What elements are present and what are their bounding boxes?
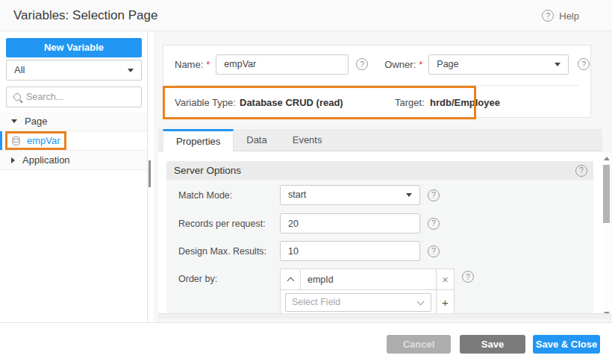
order-by-widget: × Select Field + (280, 269, 455, 315)
required-marker: * (206, 59, 210, 70)
chevron-down-icon (417, 298, 425, 305)
cancel-button[interactable]: Cancel (387, 335, 451, 354)
chevron-down-icon (555, 63, 561, 66)
design-max-results-input[interactable] (280, 241, 420, 261)
target-label: Target: (395, 97, 425, 108)
chevron-right-icon (11, 157, 15, 163)
new-variable-button[interactable]: New Variable (6, 38, 142, 57)
database-icon (11, 136, 21, 146)
variable-type-row: Variable Type: Database CRUD (read) Targ… (175, 85, 579, 117)
sort-direction-button[interactable] (280, 269, 301, 290)
help-icon: ? (542, 10, 554, 22)
required-marker: * (419, 59, 422, 70)
tree-item-empvar[interactable]: empVar (0, 131, 147, 151)
tab-events[interactable]: Events (280, 129, 335, 151)
order-by-row: Order by: × Select Field (178, 269, 474, 315)
select-field-cell: Select Field (280, 290, 437, 315)
records-per-request-help-icon[interactable]: ? (428, 218, 440, 230)
page-title: Variables: Selection Page (13, 8, 157, 23)
search-icon (13, 93, 21, 101)
match-mode-row: Match Mode: start ? (178, 185, 440, 205)
variables-sidebar: New Variable All Page (0, 31, 153, 322)
name-input[interactable] (216, 54, 349, 75)
chevron-down-icon (11, 119, 17, 123)
tab-data[interactable]: Data (234, 129, 279, 151)
owner-help-icon[interactable]: ? (578, 58, 590, 70)
order-by-help-icon[interactable]: ? (462, 271, 474, 283)
remove-order-field-button[interactable]: × (437, 269, 455, 290)
chevron-down-icon (406, 193, 412, 197)
select-field-placeholder: Select Field (292, 297, 340, 307)
design-max-results-label: Design Max. Results: (178, 246, 280, 257)
match-mode-label: Match Mode: (178, 190, 280, 201)
owner-label: Owner: (384, 59, 416, 70)
variables-dialog: Variables: Selection Page ? Help New Var… (0, 0, 612, 364)
tree-group-page[interactable]: Page (0, 112, 147, 131)
save-close-button[interactable]: Save & Close (533, 335, 600, 354)
owner-select[interactable]: Page (428, 54, 569, 75)
dialog-header: Variables: Selection Page ? Help (0, 0, 612, 31)
chevron-down-icon (128, 69, 134, 72)
server-options-header: Server Options ? (166, 161, 593, 180)
search-input[interactable] (26, 92, 131, 102)
order-by-field (301, 269, 437, 290)
help-link[interactable]: ? Help (542, 10, 579, 22)
name-label: Name: (175, 59, 203, 70)
sidebar-divider (147, 31, 148, 322)
dialog-footer: Cancel Save Save & Close (0, 322, 612, 364)
server-options-body: Match Mode: start ? Records per request:… (166, 180, 593, 316)
properties-tab-content: Server Options ? Match Mode: start ? Rec… (158, 151, 602, 319)
match-mode-value: start (288, 189, 306, 200)
help-label: Help (559, 10, 579, 22)
tab-properties[interactable]: Properties (163, 129, 234, 151)
records-per-request-label: Records per request: (178, 219, 280, 229)
tree-group-application-label: Application (22, 154, 70, 166)
server-options-title: Server Options (174, 165, 575, 176)
design-max-results-help-icon[interactable]: ? (428, 245, 440, 257)
match-mode-help-icon[interactable]: ? (428, 189, 440, 201)
chevron-up-icon (287, 277, 294, 284)
variables-tree: Page empVar Application (0, 112, 147, 170)
name-help-icon[interactable]: ? (356, 58, 368, 70)
order-by-field-input[interactable] (301, 274, 436, 285)
variable-filter-select[interactable]: All (6, 60, 142, 81)
search-box (6, 87, 142, 107)
content-bottom-strip (158, 313, 611, 319)
tree-item-empvar-label: empVar (27, 135, 60, 146)
server-options-help-icon[interactable]: ? (575, 165, 587, 177)
variable-filter-value: All (14, 64, 25, 75)
variable-type-value: Database CRUD (read) (240, 97, 343, 108)
detail-tabs: Properties Data Events (158, 129, 602, 151)
order-by-label: Order by: (178, 274, 280, 284)
design-max-results-row: Design Max. Results: ? (178, 241, 440, 261)
sidebar-scrollbar-thumb[interactable] (149, 160, 151, 187)
variable-info-panel: Name: * ? Owner: * Page ? Variable Type:… (163, 45, 591, 118)
owner-select-value: Page (437, 59, 458, 69)
scrollbar-thumb[interactable] (603, 165, 610, 223)
name-owner-row: Name: * ? Owner: * Page ? (163, 46, 590, 75)
variable-type-label: Variable Type: (175, 97, 236, 108)
content-scrollbar (602, 153, 611, 319)
tree-group-application[interactable]: Application (0, 151, 147, 170)
add-order-field-button[interactable]: + (437, 290, 455, 315)
variable-detail-panel: Name: * ? Owner: * Page ? Variable Type:… (154, 31, 612, 322)
match-mode-select[interactable]: start (280, 185, 420, 205)
records-per-request-row: Records per request: ? (178, 213, 440, 233)
save-button[interactable]: Save (460, 335, 525, 354)
records-per-request-input[interactable] (280, 213, 420, 233)
tree-group-page-label: Page (25, 116, 47, 127)
target-value: hrdb/Employee (430, 97, 500, 108)
scroll-up-button[interactable] (604, 157, 610, 160)
select-field-dropdown[interactable]: Select Field (285, 293, 431, 312)
